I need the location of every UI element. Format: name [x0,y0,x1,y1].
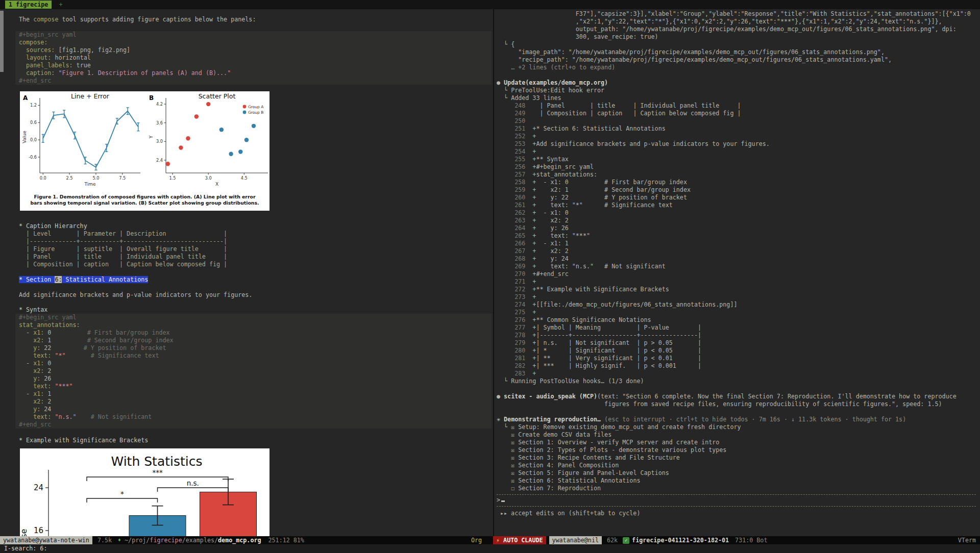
scrollbar[interactable] [0,11,4,72]
input-separator-top [497,494,976,495]
modeline-right-window: ⚡ AUTO CLAUDE ywatanabe@nil 62k ✓ figrec… [493,536,980,544]
isearch-lazy-highlight: Statistical Annotations [62,276,148,283]
session-badge-icon: ✓ [623,537,629,544]
auto-claude-label: AUTO CLAUDE [503,537,543,544]
svg-text:A: A [23,94,28,102]
tab-bar: 1 figrecipe + [0,0,980,9]
figure-caption-line: bars showing temporal signal variation. … [20,200,270,206]
svg-text:2.5: 2.5 [66,175,73,181]
figure-caption-line: Figure 1. Demonstration of composed figu… [20,194,270,200]
isearch-current-match: 6: [55,276,62,283]
src-block-compose: #+begin_src yamlcompose: sources: [fig1.… [15,31,492,85]
svg-text:Scatter Plot: Scatter Plot [199,92,236,100]
tab-label: 1 figrecipe [9,1,48,8]
isearch-lazy-highlight: * Section [19,276,55,283]
svg-text:Value: Value [22,131,27,143]
svg-text:16: 16 [34,526,43,535]
svg-text:Line + Error: Line + Error [71,92,110,100]
svg-text:0.0: 0.0 [40,175,46,181]
svg-text:3.6: 3.6 [156,120,163,125]
path-mid: /examples/ [182,537,218,544]
cursor-position: 731:0 Bot [735,536,767,544]
claude-terminal-pane: F37"],"capsize":3}],"xlabel":"Group","yl… [493,9,980,536]
caption-hierarchy-table: | Level | Parameter | Description | |---… [19,230,492,268]
svg-text:1.5: 1.5 [169,175,176,181]
isearch-prompt: I-search: 6: [4,545,47,552]
svg-text:X: X [215,182,218,187]
svg-text:3.0: 3.0 [205,175,212,181]
svg-text:3.0: 3.0 [156,139,163,144]
svg-text:B: B [149,94,154,102]
buffer-size: 7.5k [97,536,112,544]
svg-text:7.5: 7.5 [119,175,126,181]
composed-figure-image: 0.02.55.07.5-0.60.00.61.2Line + ErrorATi… [20,91,270,211]
section6-heading: * Section 6: Statistical Annotations [19,276,148,284]
svg-text:0.6: 0.6 [30,120,37,125]
svg-text:4.5: 4.5 [241,175,248,181]
host-chip: ywatanabe@ywata-note-win [0,536,92,544]
input-separator-bottom [497,506,976,507]
intro-text: The [19,16,33,23]
intro-paragraph: The compose tool supports adding figure … [19,16,492,23]
accept-edits-toggle[interactable]: ▸▸ accept edits on (shift+tab to cycle) [494,510,980,517]
modeline: ywatanabe@ywata-note-win 7.5k ♦ ~/proj/f… [0,536,980,544]
svg-text:2.4: 2.4 [156,158,163,163]
buffer-path: ~/proj/figrecipe/examples/demo_mcp.org [125,536,261,544]
composed-figure-svg: 0.02.55.07.5-0.60.00.61.2Line + ErrorATi… [20,91,270,211]
svg-text:24: 24 [34,483,43,492]
stats-figure-svg: ****n.s.1624With StatisticsResponseGroup [20,448,270,536]
org-buffer-pane: The compose tool supports adding figure … [0,9,493,536]
terminal-output: F37"],"capsize":3}],"xlabel":"Group","yl… [494,9,980,492]
svg-text:-0.6: -0.6 [29,155,37,160]
section6-paragraph: Add significance brackets and p-value in… [19,291,492,299]
text-cursor [501,500,505,502]
svg-text:*: * [120,490,124,498]
svg-text:Y: Y [149,135,154,139]
svg-text:n.s.: n.s. [187,479,199,487]
auto-claude-badge: ⚡ AUTO CLAUDE [493,536,546,544]
svg-text:***: *** [152,468,163,476]
cursor-position: 251:12 81% [268,536,304,544]
svg-text:With Statistics: With Statistics [111,454,203,469]
intro-text: tool supports adding figure captions bel… [58,16,256,23]
svg-text:0.0: 0.0 [30,137,37,142]
svg-text:5.0: 5.0 [92,175,99,181]
path-file: demo_mcp.org [218,537,261,544]
host-chip: ywatanabe@nil [549,536,602,544]
svg-text:Response: Response [20,529,29,536]
path-project: figrecipe [150,537,182,544]
session-name: figrecipe-041121-320-182-01 [632,536,729,544]
modeline-left-window: ywatanabe@ywata-note-win 7.5k ♦ ~/proj/f… [0,536,493,544]
prompt-input[interactable]: > [494,496,980,504]
major-mode-org: Org [471,536,482,544]
minibuffer[interactable]: I-search: 6: [0,544,980,553]
svg-text:Group A: Group A [248,105,264,109]
path-prefix: ~/proj/ [125,537,150,544]
emacs-frame: 1 figrecipe + The compose tool supports … [0,0,980,553]
inline-code: compose [33,16,58,23]
src-block-stat-annotations: #+begin_src yamlstat_annotations: - x1: … [15,314,492,429]
svg-text:1.2: 1.2 [30,103,37,108]
figure-caption: Figure 1. Demonstration of composed figu… [20,194,270,206]
caption-hierarchy-heading: * Caption Hierarchy [19,222,492,230]
buffer-icon: ♦ [118,536,121,544]
new-tab-button[interactable]: + [59,1,62,9]
stats-figure-image: ****n.s.1624With StatisticsResponseGroup [20,448,270,536]
svg-text:Group B: Group B [248,110,263,115]
syntax-heading: * Syntax [19,306,492,314]
lightning-icon: ⚡ [496,537,500,544]
tab-figrecipe[interactable]: 1 figrecipe [5,1,52,9]
example-heading: * Example with Significance Brackets [19,437,492,444]
prompt-char: > [497,496,500,504]
svg-text:Time: Time [84,182,95,187]
major-mode-vterm: VTerm [958,536,976,544]
buffer-size: 62k [607,536,618,544]
svg-text:4.2: 4.2 [156,102,163,107]
